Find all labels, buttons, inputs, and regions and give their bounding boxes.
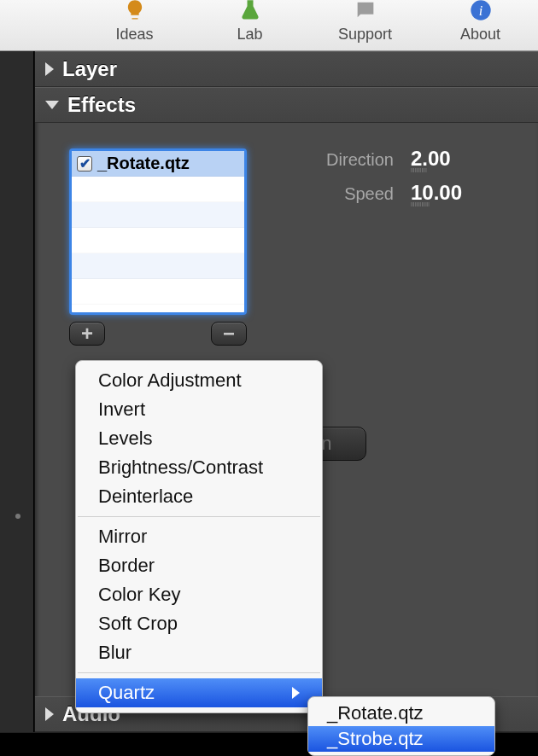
prop-label: Direction [300, 150, 394, 170]
toolbar-label: Support [338, 26, 392, 44]
menu-item-quartz[interactable]: Quartz [76, 678, 322, 707]
section-header-layer[interactable]: Layer [35, 51, 538, 87]
menu-item-soft-crop[interactable]: Soft Crop [76, 609, 322, 638]
toolbar-item-about[interactable]: i About [423, 0, 538, 50]
menu-item-color-key[interactable]: Color Key [76, 580, 322, 609]
svg-text:i: i [478, 3, 482, 19]
effects-body: ✔ _Rotate.qtz + − Direction 2.00 |||||||… [35, 123, 538, 363]
submenu-arrow-icon [292, 687, 300, 699]
submenu-item-strobe[interactable]: _Strobe.qtz [308, 726, 494, 752]
effects-list-empty-row [72, 202, 244, 228]
left-sidebar [0, 51, 34, 732]
effects-list-empty-row [72, 228, 244, 253]
menu-item-levels[interactable]: Levels [76, 424, 322, 453]
submenu-item-rotate[interactable]: _Rotate.qtz [308, 701, 494, 726]
menu-separator [78, 672, 320, 673]
toolbar-label: About [460, 26, 500, 44]
effects-list-empty-row [72, 177, 244, 202]
prop-direction: Direction 2.00 |||||||||||| [300, 147, 451, 172]
top-toolbar: Ideas Lab Support i About [0, 0, 538, 51]
chevron-right-icon [45, 707, 54, 721]
effects-list-buttons: + − [69, 322, 247, 346]
add-effect-button[interactable]: + [69, 322, 105, 346]
prop-speed: Speed 10.00 |||||||||||||| [300, 181, 462, 206]
menu-item-border[interactable]: Border [76, 551, 322, 580]
lightbulb-icon [123, 0, 147, 22]
effects-list-empty-row [72, 279, 244, 305]
section-header-effects[interactable]: Effects [35, 87, 538, 123]
effects-list-item[interactable]: ✔ _Rotate.qtz [72, 151, 244, 177]
toolbar-item-ideas[interactable]: Ideas [77, 0, 192, 50]
menu-item-invert[interactable]: Invert [76, 395, 322, 424]
toolbar-label: Ideas [115, 26, 153, 44]
menu-item-mirror[interactable]: Mirror [76, 522, 322, 551]
minus-icon: − [223, 322, 235, 346]
prop-label: Speed [300, 184, 394, 204]
menu-item-color-adjustment[interactable]: Color Adjustment [76, 366, 322, 395]
toolbar-item-support[interactable]: Support [307, 0, 423, 50]
plus-icon: + [81, 322, 93, 346]
menu-item-blur[interactable]: Blur [76, 638, 322, 667]
info-icon: i [469, 0, 493, 22]
toolbar-label: Lab [237, 26, 262, 44]
section-title: Layer [62, 57, 117, 81]
effect-name: _Rotate.qtz [97, 154, 190, 173]
effects-list[interactable]: ✔ _Rotate.qtz [69, 148, 247, 315]
flask-icon [238, 0, 262, 22]
chevron-right-icon [45, 62, 54, 76]
remove-effect-button[interactable]: − [211, 322, 247, 346]
add-effect-menu: Color Adjustment Invert Levels Brightnes… [75, 360, 323, 713]
menu-item-brightness-contrast[interactable]: Brightness/Contrast [76, 453, 322, 482]
menu-separator [78, 516, 320, 517]
effect-enabled-checkbox[interactable]: ✔ [77, 156, 92, 172]
toolbar-item-lab[interactable]: Lab [192, 0, 307, 50]
menu-item-deinterlace[interactable]: Deinterlace [76, 482, 322, 511]
section-title: Effects [67, 93, 136, 117]
chat-icon [354, 0, 377, 22]
effects-list-empty-row [72, 253, 244, 279]
chevron-down-icon [45, 101, 59, 109]
quartz-submenu: _Rotate.qtz _Strobe.qtz [307, 696, 495, 756]
